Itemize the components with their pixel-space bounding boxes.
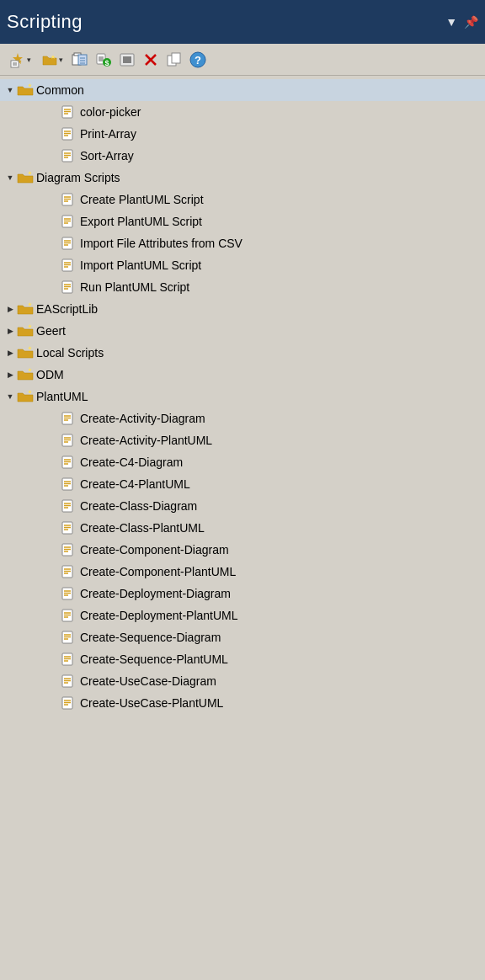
new-folder-dropdown-arrow[interactable]: ▾ — [59, 56, 63, 64]
svg-rect-23 — [172, 53, 180, 63]
script-icon-import-file-attrs — [61, 237, 77, 250]
tree-script-create-component-plantuml[interactable]: Create-Component-PlantUML — [0, 561, 485, 583]
script-create-component-diagram-label: Create-Component-Diagram — [80, 543, 229, 557]
svg-marker-61 — [28, 324, 32, 328]
expand-geert[interactable] — [3, 324, 17, 338]
script-create-class-plantuml-label: Create-Class-PlantUML — [80, 521, 205, 535]
delete-button[interactable] — [140, 49, 162, 71]
dropdown-icon[interactable]: ▼ — [445, 15, 457, 29]
title-icons: ▼ 📌 — [445, 15, 478, 29]
tree-script-create-class-diagram[interactable]: Create-Class-Diagram — [0, 495, 485, 517]
tree-folder-local-scripts[interactable]: Local Scripts — [0, 342, 485, 364]
tree-script-create-deployment-plantuml[interactable]: Create-Deployment-PlantUML — [0, 605, 485, 626]
tree-script-create-sequence-diagram[interactable]: Create-Sequence-Diagram — [0, 626, 485, 648]
script-create-class-diagram-label: Create-Class-Diagram — [80, 499, 197, 513]
scripting-window: Scripting ▼ 📌 ▾ — [0, 0, 485, 980]
folder-svg-common — [17, 83, 34, 97]
script-create-activity-plantuml-label: Create-Activity-PlantUML — [80, 434, 212, 447]
tree-folder-geert[interactable]: Geert — [0, 320, 485, 342]
tree-script-create-usecase-diagram[interactable]: Create-UseCase-Diagram — [0, 670, 485, 692]
folder-diagram-scripts-label: Diagram Scripts — [36, 171, 120, 184]
open-icon — [72, 51, 88, 68]
tree-script-create-component-diagram[interactable]: Create-Component-Diagram — [0, 539, 485, 561]
script-create-deployment-plantuml-label: Create-Deployment-PlantUML — [80, 609, 238, 622]
svg-marker-39 — [28, 171, 32, 175]
folder-icon-local-scripts — [17, 346, 34, 360]
svg-rect-19 — [123, 56, 131, 63]
script-create-deployment-diagram-label: Create-Deployment-Diagram — [80, 587, 231, 600]
tree-script-create-c4-plantuml[interactable]: Create-C4-PlantUML — [0, 473, 485, 495]
expand-common[interactable] — [3, 83, 17, 97]
tree-script-create-class-plantuml[interactable]: Create-Class-PlantUML — [0, 517, 485, 539]
tree-folder-odm[interactable]: ODM — [0, 364, 485, 386]
delete-icon — [142, 51, 159, 68]
new-folder-button[interactable]: ▾ — [37, 49, 67, 71]
expand-color-picker — [47, 105, 61, 119]
tree-script-export-plantuml[interactable]: Export PlantUML Script — [0, 210, 485, 232]
script-icon-sort-array — [61, 149, 77, 162]
tree-script-create-deployment-diagram[interactable]: Create-Deployment-Diagram — [0, 583, 485, 605]
expand-odm[interactable] — [3, 368, 17, 381]
run-button[interactable]: $ — [93, 49, 115, 71]
script-svg — [61, 105, 77, 119]
tree-folder-plantuml[interactable]: PlantUML — [0, 386, 485, 407]
window-title: Scripting — [7, 11, 83, 33]
folder-icon-geert — [17, 324, 34, 338]
folder-icon-plantuml — [17, 390, 34, 403]
svg-rect-1 — [11, 61, 19, 67]
title-bar: Scripting ▼ 📌 — [0, 0, 485, 44]
expand-diagram-scripts[interactable] — [3, 171, 17, 184]
script-import-plantuml-label: Import PlantUML Script — [80, 258, 201, 272]
tree-script-create-usecase-plantuml[interactable]: Create-UseCase-PlantUML — [0, 692, 485, 714]
script-icon-run-plantuml — [61, 280, 77, 294]
script-create-c4-plantuml-label: Create-C4-PlantUML — [80, 477, 190, 491]
script-print-array-label: Print-Array — [80, 127, 136, 141]
svg-marker-63 — [28, 368, 32, 372]
tree-script-create-c4-diagram[interactable]: Create-C4-Diagram — [0, 451, 485, 473]
tree-script-create-plantuml[interactable]: Create PlantUML Script — [0, 189, 485, 210]
script-create-sequence-plantuml-label: Create-Sequence-PlantUML — [80, 652, 228, 666]
tree-script-color-picker[interactable]: color-picker — [0, 101, 485, 123]
new-script-button[interactable]: ▾ — [5, 49, 35, 71]
new-script-dropdown-arrow[interactable]: ▾ — [27, 56, 31, 64]
expand-plantuml[interactable] — [3, 390, 17, 403]
folder-icon-common — [17, 83, 34, 97]
tree-script-create-activity-diagram[interactable]: Create-Activity-Diagram — [0, 407, 485, 429]
expand-print-array — [47, 127, 61, 141]
script-icon-export-plantuml — [61, 215, 77, 228]
folder-local-scripts-label: Local Scripts — [36, 346, 104, 360]
script-icon-print-array — [61, 127, 77, 141]
tree-script-sort-array[interactable]: Sort-Array — [0, 145, 485, 167]
expand-local-scripts[interactable] — [3, 346, 17, 360]
open-button[interactable] — [69, 49, 91, 71]
folder-common-label: Common — [36, 83, 84, 97]
stop-button[interactable] — [116, 49, 138, 71]
script-create-usecase-plantuml-label: Create-UseCase-PlantUML — [80, 696, 223, 710]
copy-button[interactable] — [163, 49, 185, 71]
script-create-c4-diagram-label: Create-C4-Diagram — [80, 455, 183, 469]
tree-folder-eascriptlib[interactable]: EAScriptLib — [0, 298, 485, 320]
folder-geert-label: Geert — [36, 324, 66, 338]
svg-marker-60 — [28, 302, 32, 306]
tree-script-print-array[interactable]: Print-Array — [0, 123, 485, 145]
tree-script-create-sequence-plantuml[interactable]: Create-Sequence-PlantUML — [0, 648, 485, 670]
script-icon-import-plantuml — [61, 258, 77, 272]
svg-text:$: $ — [104, 59, 109, 67]
script-create-sequence-diagram-label: Create-Sequence-Diagram — [80, 631, 221, 644]
tree-folder-diagram-scripts[interactable]: Diagram Scripts — [0, 167, 485, 189]
tree-container: Common color-picker — [0, 76, 485, 980]
expand-eascriptlib[interactable] — [3, 302, 17, 316]
tree-script-import-file-attrs[interactable]: Import File Attributes from CSV — [0, 232, 485, 254]
script-create-activity-diagram-label: Create-Activity-Diagram — [80, 412, 205, 425]
pin-icon[interactable]: 📌 — [464, 15, 478, 29]
tree-script-import-plantuml[interactable]: Import PlantUML Script — [0, 254, 485, 276]
folder-odm-label: ODM — [36, 368, 64, 381]
script-icon-create-plantuml — [61, 193, 77, 206]
svg-marker-62 — [28, 346, 32, 350]
tree-script-create-activity-plantuml[interactable]: Create-Activity-PlantUML — [0, 429, 485, 451]
script-icon-color-picker — [61, 105, 77, 119]
tree-script-run-plantuml[interactable]: Run PlantUML Script — [0, 276, 485, 298]
help-button[interactable]: ? — [187, 49, 209, 71]
script-export-plantuml-label: Export PlantUML Script — [80, 215, 202, 228]
tree-folder-common[interactable]: Common — [0, 79, 485, 101]
